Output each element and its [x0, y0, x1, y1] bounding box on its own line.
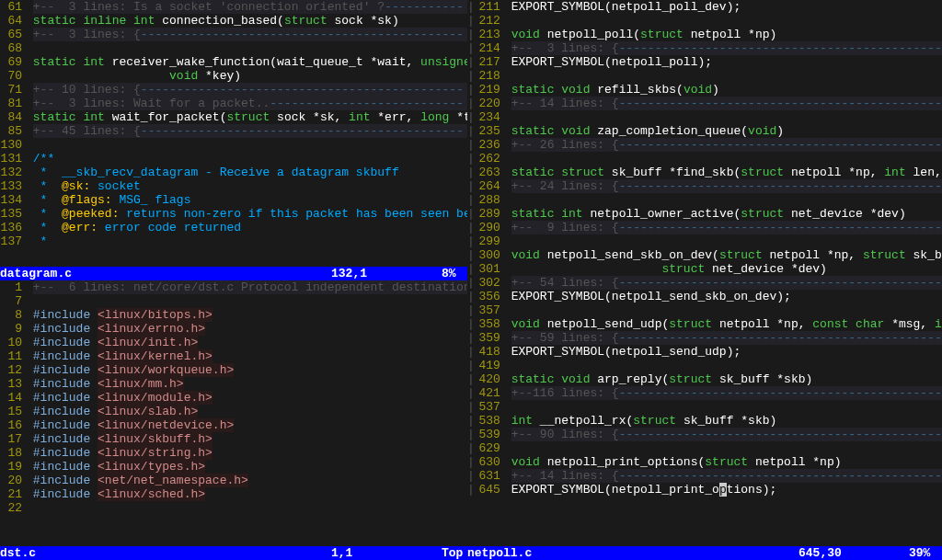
code-text: * __skb_recv_datagram - Receive a datagr…: [33, 166, 467, 179]
code-line[interactable]: 65 +-- 3 lines: {-----------------------…: [0, 28, 467, 41]
code-line[interactable]: |419: [467, 359, 942, 372]
code-line[interactable]: |359 +-- 59 lines: {--------------------…: [467, 331, 942, 345]
line-number: 10: [0, 336, 26, 349]
code-line[interactable]: |217 EXPORT_SYMBOL(netpoll_poll);: [467, 55, 942, 69]
code-line[interactable]: 133 * @sk: socket: [0, 179, 467, 193]
code-line[interactable]: |358 void netpoll_send_udp(struct netpol…: [467, 317, 942, 331]
code-line[interactable]: |262: [467, 152, 942, 166]
code-line[interactable]: 11 #include <linux/kernel.h>: [0, 349, 467, 363]
code-line[interactable]: |357: [467, 303, 942, 317]
line-number: 357: [475, 303, 504, 317]
code-text: [511, 359, 942, 372]
code-line[interactable]: 71 +-- 10 lines: {----------------------…: [0, 83, 467, 97]
code-line[interactable]: 61 +-- 3 lines: Is a socket 'connection …: [0, 0, 467, 14]
code-text: [511, 234, 942, 248]
code-line[interactable]: |537: [467, 400, 942, 414]
split-divider: |: [467, 303, 475, 317]
code-line[interactable]: 22: [0, 501, 467, 515]
line-number: 263: [475, 166, 504, 179]
code-line[interactable]: |219 static void refill_skbs(void): [467, 83, 942, 97]
code-line[interactable]: |288: [467, 193, 942, 207]
code-line[interactable]: 81 +-- 3 lines: Wait for a packet..-----…: [0, 97, 467, 110]
code-line[interactable]: |214 +-- 3 lines: {---------------------…: [467, 41, 942, 55]
code-line[interactable]: |263 static struct sk_buff *find_skb(str…: [467, 166, 942, 179]
code-line[interactable]: 16 #include <linux/netdevice.h>: [0, 418, 467, 432]
code-line[interactable]: 64 static inline int connection_based(st…: [0, 14, 467, 28]
code-line[interactable]: |213 void netpoll_poll(struct netpoll *n…: [467, 28, 942, 41]
code-line[interactable]: 137 *: [0, 234, 467, 248]
code-text: static void arp_reply(struct sk_buff *sk…: [511, 372, 942, 386]
code-line[interactable]: |421 +--116 lines: {--------------------…: [467, 386, 942, 400]
code-line[interactable]: |418 EXPORT_SYMBOL(netpoll_send_udp);: [467, 345, 942, 359]
code-line[interactable]: |212: [467, 14, 942, 28]
code-line[interactable]: |630 void netpoll_print_options(struct n…: [467, 455, 942, 469]
code-text: #include <linux/mm.h>: [33, 377, 467, 391]
line-number: 214: [475, 41, 504, 55]
code-line[interactable]: 70 void *key): [0, 69, 467, 83]
line-number: 132: [0, 166, 26, 179]
code-line[interactable]: |629: [467, 441, 942, 455]
code-line[interactable]: 14 #include <linux/module.h>: [0, 391, 467, 405]
code-line[interactable]: 85 +-- 45 lines: {----------------------…: [0, 124, 467, 138]
code-line[interactable]: |420 static void arp_reply(struct sk_buf…: [467, 372, 942, 386]
code-line[interactable]: |299: [467, 234, 942, 248]
code-line[interactable]: |220 +-- 14 lines: {--------------------…: [467, 97, 942, 110]
line-number: 631: [475, 469, 504, 483]
code-line[interactable]: 21 #include <linux/sched.h>: [0, 487, 467, 501]
code-line[interactable]: 7: [0, 294, 467, 308]
code-line[interactable]: |234: [467, 110, 942, 124]
code-line[interactable]: |235 static void zap_completion_queue(vo…: [467, 124, 942, 138]
code-line[interactable]: 20 #include <net/net_namespace.h>: [0, 474, 467, 487]
code-line[interactable]: 68: [0, 41, 467, 55]
code-line[interactable]: |289 static int netpoll_owner_active(str…: [467, 207, 942, 221]
code-line[interactable]: |290 +-- 9 lines: {---------------------…: [467, 221, 942, 234]
code-line[interactable]: 84 static int wait_for_packet(struct soc…: [0, 110, 467, 124]
split-divider: |: [467, 400, 475, 414]
code-text: EXPORT_SYMBOL(netpoll_print_options);: [511, 483, 942, 497]
code-line[interactable]: 15 #include <linux/slab.h>: [0, 405, 467, 418]
code-line[interactable]: |218: [467, 69, 942, 83]
line-number: 538: [475, 414, 504, 428]
code-line[interactable]: 8 #include <linux/bitops.h>: [0, 308, 467, 322]
line-number: 135: [0, 207, 26, 221]
code-line[interactable]: |538 int __netpoll_rx(struct sk_buff *sk…: [467, 414, 942, 428]
code-line[interactable]: 131 /**: [0, 152, 467, 166]
split-divider: |: [467, 41, 475, 55]
code-line[interactable]: |211 EXPORT_SYMBOL(netpoll_poll_dev);: [467, 0, 942, 14]
code-line[interactable]: 135 * @peeked: returns non-zero if this …: [0, 207, 467, 221]
code-line[interactable]: |301 struct net_device *dev): [467, 262, 942, 276]
split-divider: |: [467, 83, 475, 97]
code-line[interactable]: 9 #include <linux/errno.h>: [0, 322, 467, 336]
code-line[interactable]: 12 #include <linux/workqueue.h>: [0, 363, 467, 377]
code-line[interactable]: 134 * @flags: MSG_ flags: [0, 193, 467, 207]
code-line[interactable]: 136 * @err: error code returned: [0, 221, 467, 234]
code-line[interactable]: 18 #include <linux/string.h>: [0, 446, 467, 460]
code-line[interactable]: 10 #include <linux/init.h>: [0, 336, 467, 349]
code-line[interactable]: 1 +-- 6 lines: net/core/dst.c Protocol i…: [0, 280, 467, 294]
bottom-left-pane[interactable]: 1 +-- 6 lines: net/core/dst.c Protocol i…: [0, 280, 467, 547]
code-line[interactable]: |264 +-- 24 lines: {--------------------…: [467, 179, 942, 193]
code-line[interactable]: |645 EXPORT_SYMBOL(netpoll_print_options…: [467, 483, 942, 497]
line-number: 217: [475, 55, 504, 69]
code-line[interactable]: |302 +-- 54 lines: {--------------------…: [467, 276, 942, 290]
right-pane[interactable]: |211 EXPORT_SYMBOL(netpoll_poll_dev);|21…: [467, 0, 942, 546]
code-line[interactable]: 69 static int receiver_wake_function(wai…: [0, 55, 467, 69]
code-line[interactable]: 132 * __skb_recv_datagram - Receive a da…: [0, 166, 467, 179]
code-line[interactable]: 130: [0, 138, 467, 152]
code-line[interactable]: 19 #include <linux/types.h>: [0, 460, 467, 474]
split-divider: |: [467, 441, 475, 455]
code-line[interactable]: |539 +-- 90 lines: {--------------------…: [467, 428, 942, 441]
code-line[interactable]: |236 +-- 26 lines: {--------------------…: [467, 138, 942, 152]
code-line[interactable]: |300 void netpoll_send_skb_on_dev(struct…: [467, 248, 942, 262]
code-text: static int netpoll_owner_active(struct n…: [511, 207, 942, 221]
line-number: 420: [475, 372, 504, 386]
code-text: +-- 90 lines: {-------------------------…: [511, 428, 942, 441]
code-text: EXPORT_SYMBOL(netpoll_poll_dev);: [511, 0, 942, 14]
code-line[interactable]: |631 +-- 14 lines: {--------------------…: [467, 469, 942, 483]
top-left-pane[interactable]: 61 +-- 3 lines: Is a socket 'connection …: [0, 0, 467, 267]
line-number: 68: [0, 41, 26, 55]
code-line[interactable]: 17 #include <linux/skbuff.h>: [0, 432, 467, 446]
code-line[interactable]: |356 EXPORT_SYMBOL(netpoll_send_skb_on_d…: [467, 290, 942, 303]
code-line[interactable]: 13 #include <linux/mm.h>: [0, 377, 467, 391]
code-text: #include <linux/sched.h>: [33, 487, 467, 501]
